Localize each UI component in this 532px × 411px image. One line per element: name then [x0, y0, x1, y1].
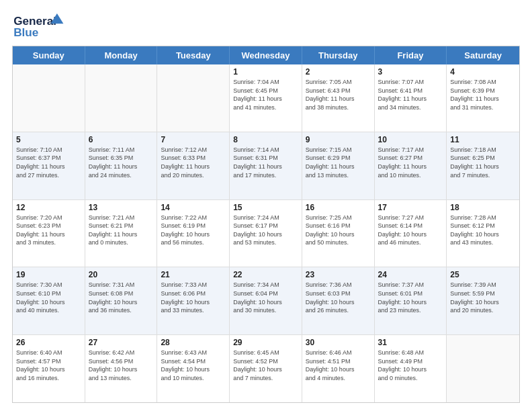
day-number: 4	[450, 67, 516, 77]
day-number: 9	[306, 135, 371, 144]
calendar-cell: 17Sunrise: 7:27 AM Sunset: 6:14 PM Dayli…	[375, 200, 447, 267]
calendar-cell: 18Sunrise: 7:28 AM Sunset: 6:12 PM Dayli…	[447, 200, 519, 267]
day-number: 11	[450, 135, 516, 144]
day-number: 16	[306, 203, 371, 212]
svg-text:Blue: Blue	[13, 26, 38, 39]
day-number: 23	[306, 270, 371, 279]
day-info: Sunrise: 7:14 AM Sunset: 6:31 PM Dayligh…	[233, 146, 298, 179]
calendar-cell: 30Sunrise: 6:46 AM Sunset: 4:51 PM Dayli…	[302, 335, 375, 402]
page: General Blue SundayMondayTuesdayWednesda…	[0, 0, 532, 411]
day-number: 30	[306, 338, 371, 347]
calendar-cell: 10Sunrise: 7:17 AM Sunset: 6:27 PM Dayli…	[375, 132, 447, 199]
day-info: Sunrise: 6:40 AM Sunset: 4:57 PM Dayligh…	[16, 349, 81, 382]
day-info: Sunrise: 7:04 AM Sunset: 6:45 PM Dayligh…	[233, 78, 298, 111]
day-number: 24	[378, 270, 443, 279]
calendar-cell: 21Sunrise: 7:33 AM Sunset: 6:06 PM Dayli…	[157, 267, 230, 334]
weekday-header: Thursday	[302, 46, 375, 64]
calendar-cell: 2Sunrise: 7:05 AM Sunset: 6:43 PM Daylig…	[302, 64, 375, 132]
calendar-cell: 11Sunrise: 7:18 AM Sunset: 6:25 PM Dayli…	[447, 132, 519, 199]
calendar-cell: 20Sunrise: 7:31 AM Sunset: 6:08 PM Dayli…	[85, 267, 158, 334]
calendar-cell	[13, 64, 85, 132]
calendar-cell: 25Sunrise: 7:39 AM Sunset: 5:59 PM Dayli…	[447, 267, 519, 334]
calendar-cell: 19Sunrise: 7:30 AM Sunset: 6:10 PM Dayli…	[13, 267, 85, 334]
day-number: 1	[233, 67, 298, 77]
calendar-cell: 27Sunrise: 6:42 AM Sunset: 4:56 PM Dayli…	[85, 335, 158, 402]
day-number: 2	[306, 67, 371, 77]
day-number: 17	[378, 203, 443, 212]
weekday-header: Monday	[85, 46, 158, 64]
day-number: 6	[89, 135, 154, 144]
day-number: 15	[233, 203, 298, 212]
weekday-header: Tuesday	[157, 46, 230, 64]
calendar-cell: 22Sunrise: 7:34 AM Sunset: 6:04 PM Dayli…	[230, 267, 302, 334]
calendar-cell: 6Sunrise: 7:11 AM Sunset: 6:35 PM Daylig…	[85, 132, 158, 199]
day-info: Sunrise: 7:27 AM Sunset: 6:14 PM Dayligh…	[378, 214, 443, 247]
calendar-cell: 28Sunrise: 6:43 AM Sunset: 4:54 PM Dayli…	[157, 335, 230, 402]
day-info: Sunrise: 7:25 AM Sunset: 6:16 PM Dayligh…	[306, 214, 371, 247]
weekday-header: Friday	[375, 46, 447, 64]
day-info: Sunrise: 7:15 AM Sunset: 6:29 PM Dayligh…	[306, 146, 371, 179]
day-number: 19	[16, 270, 81, 279]
day-info: Sunrise: 6:46 AM Sunset: 4:51 PM Dayligh…	[306, 349, 371, 382]
day-number: 22	[233, 270, 298, 279]
day-number: 29	[233, 338, 298, 347]
day-info: Sunrise: 7:33 AM Sunset: 6:06 PM Dayligh…	[161, 281, 226, 314]
calendar-cell: 1Sunrise: 7:04 AM Sunset: 6:45 PM Daylig…	[230, 64, 302, 132]
weekday-header: Wednesday	[230, 46, 302, 64]
day-number: 25	[450, 270, 516, 279]
day-info: Sunrise: 6:48 AM Sunset: 4:49 PM Dayligh…	[378, 349, 443, 382]
day-info: Sunrise: 7:05 AM Sunset: 6:43 PM Dayligh…	[306, 78, 371, 111]
day-info: Sunrise: 6:42 AM Sunset: 4:56 PM Dayligh…	[89, 349, 154, 382]
calendar-cell: 9Sunrise: 7:15 AM Sunset: 6:29 PM Daylig…	[302, 132, 375, 199]
calendar-cell	[85, 64, 158, 132]
calendar-header: SundayMondayTuesdayWednesdayThursdayFrid…	[13, 46, 519, 64]
logo: General Blue	[12, 12, 73, 39]
day-info: Sunrise: 7:36 AM Sunset: 6:03 PM Dayligh…	[306, 281, 371, 314]
day-info: Sunrise: 7:31 AM Sunset: 6:08 PM Dayligh…	[89, 281, 154, 314]
calendar-cell: 23Sunrise: 7:36 AM Sunset: 6:03 PM Dayli…	[302, 267, 375, 334]
day-info: Sunrise: 7:11 AM Sunset: 6:35 PM Dayligh…	[89, 146, 154, 179]
weekday-header: Sunday	[13, 46, 85, 64]
calendar-cell: 5Sunrise: 7:10 AM Sunset: 6:37 PM Daylig…	[13, 132, 85, 199]
calendar-cell: 7Sunrise: 7:12 AM Sunset: 6:33 PM Daylig…	[157, 132, 230, 199]
day-number: 7	[161, 135, 226, 144]
calendar-row: 19Sunrise: 7:30 AM Sunset: 6:10 PM Dayli…	[13, 267, 519, 335]
day-info: Sunrise: 7:07 AM Sunset: 6:41 PM Dayligh…	[378, 78, 443, 111]
day-info: Sunrise: 6:43 AM Sunset: 4:54 PM Dayligh…	[161, 349, 226, 382]
day-number: 14	[161, 203, 226, 212]
day-info: Sunrise: 7:21 AM Sunset: 6:21 PM Dayligh…	[89, 214, 154, 247]
calendar-cell: 8Sunrise: 7:14 AM Sunset: 6:31 PM Daylig…	[230, 132, 302, 199]
calendar-cell: 13Sunrise: 7:21 AM Sunset: 6:21 PM Dayli…	[85, 200, 158, 267]
day-number: 18	[450, 203, 516, 212]
day-info: Sunrise: 7:34 AM Sunset: 6:04 PM Dayligh…	[233, 281, 298, 314]
day-number: 8	[233, 135, 298, 144]
calendar: SundayMondayTuesdayWednesdayThursdayFrid…	[12, 46, 520, 403]
day-number: 28	[161, 338, 226, 347]
day-number: 3	[378, 67, 443, 77]
calendar-cell: 26Sunrise: 6:40 AM Sunset: 4:57 PM Dayli…	[13, 335, 85, 402]
day-info: Sunrise: 7:39 AM Sunset: 5:59 PM Dayligh…	[450, 281, 516, 314]
day-number: 27	[89, 338, 154, 347]
day-info: Sunrise: 7:08 AM Sunset: 6:39 PM Dayligh…	[450, 78, 516, 111]
day-info: Sunrise: 7:24 AM Sunset: 6:17 PM Dayligh…	[233, 214, 298, 247]
calendar-cell: 16Sunrise: 7:25 AM Sunset: 6:16 PM Dayli…	[302, 200, 375, 267]
day-number: 20	[89, 270, 154, 279]
day-info: Sunrise: 7:30 AM Sunset: 6:10 PM Dayligh…	[16, 281, 81, 314]
weekday-header: Saturday	[447, 46, 519, 64]
calendar-row: 26Sunrise: 6:40 AM Sunset: 4:57 PM Dayli…	[13, 335, 519, 402]
day-number: 26	[16, 338, 81, 347]
calendar-cell: 12Sunrise: 7:20 AM Sunset: 6:23 PM Dayli…	[13, 200, 85, 267]
day-info: Sunrise: 7:18 AM Sunset: 6:25 PM Dayligh…	[450, 146, 516, 179]
calendar-row: 12Sunrise: 7:20 AM Sunset: 6:23 PM Dayli…	[13, 200, 519, 268]
day-info: Sunrise: 7:20 AM Sunset: 6:23 PM Dayligh…	[16, 214, 81, 247]
day-info: Sunrise: 7:17 AM Sunset: 6:27 PM Dayligh…	[378, 146, 443, 179]
day-number: 31	[378, 338, 443, 347]
day-number: 13	[89, 203, 154, 212]
day-number: 21	[161, 270, 226, 279]
calendar-cell: 29Sunrise: 6:45 AM Sunset: 4:52 PM Dayli…	[230, 335, 302, 402]
day-info: Sunrise: 7:10 AM Sunset: 6:37 PM Dayligh…	[16, 146, 81, 179]
day-info: Sunrise: 7:12 AM Sunset: 6:33 PM Dayligh…	[161, 146, 226, 179]
day-info: Sunrise: 7:37 AM Sunset: 6:01 PM Dayligh…	[378, 281, 443, 314]
header: General Blue	[12, 12, 520, 39]
day-number: 10	[378, 135, 443, 144]
